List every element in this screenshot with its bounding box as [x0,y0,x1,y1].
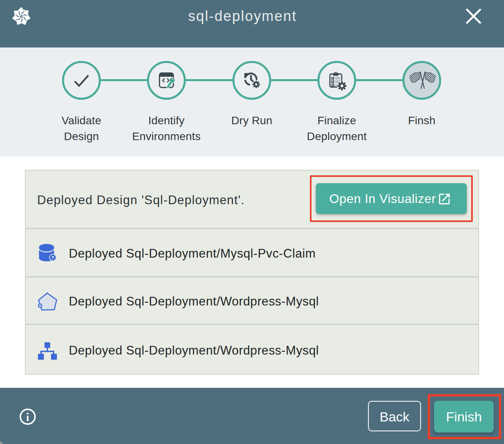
svg-text:?: ? [51,255,54,260]
